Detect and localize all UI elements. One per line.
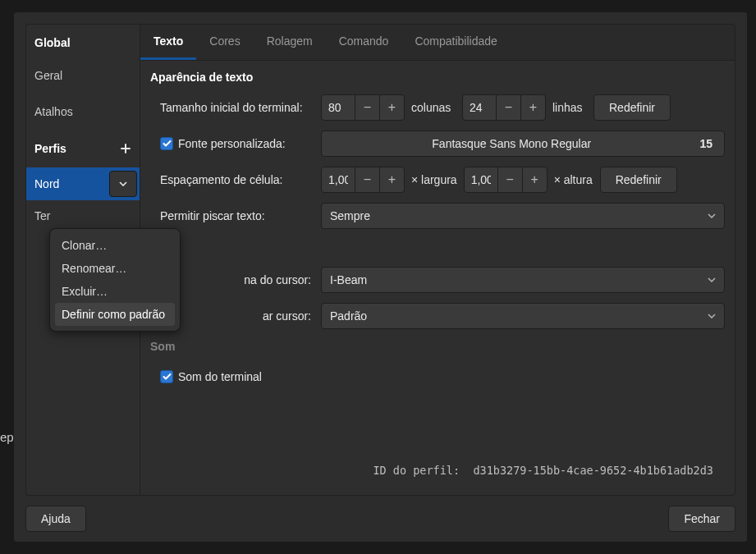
plus-icon bbox=[120, 143, 131, 154]
chevron-down-icon bbox=[708, 314, 716, 318]
menu-item-clone[interactable]: Clonar… bbox=[55, 234, 175, 257]
sidebar-profiles-header: Perfis bbox=[26, 130, 140, 167]
menu-item-set-default[interactable]: Definir como padrão bbox=[55, 303, 175, 326]
blink-text-label: Permitir piscar texto: bbox=[150, 209, 314, 222]
font-size: 15 bbox=[690, 137, 712, 150]
add-profile-button[interactable] bbox=[117, 140, 135, 158]
rows-increase[interactable]: + bbox=[520, 95, 545, 120]
profile-context-menu: Clonar… Renomear… Excluir… Definir como … bbox=[49, 228, 181, 332]
cell-width-decrease[interactable]: − bbox=[355, 167, 379, 192]
tab-compatibilidade[interactable]: Compatibilidade bbox=[401, 25, 510, 60]
cursor-blink-row: ar cursor: Padrão bbox=[150, 302, 725, 330]
sidebar-profiles-label: Perfis bbox=[34, 142, 66, 155]
custom-font-checkbox[interactable] bbox=[160, 137, 173, 150]
chevron-down-icon bbox=[708, 213, 716, 218]
blink-text-value: Sempre bbox=[330, 209, 370, 222]
profile-id-row: ID do perfil: d31b3279-15bb-4cae-9652-4b… bbox=[150, 457, 725, 487]
rows-spinner[interactable]: − + bbox=[462, 94, 546, 121]
custom-font-label: Fonte personalizada: bbox=[178, 137, 286, 150]
tabs: Texto Cores Rolagem Comando Compatibilid… bbox=[140, 25, 735, 61]
tab-comando[interactable]: Comando bbox=[326, 25, 402, 60]
chevron-down-icon bbox=[708, 277, 716, 282]
text-appearance-title: Aparência de texto bbox=[150, 69, 725, 85]
terminal-bell-checkbox[interactable] bbox=[160, 370, 173, 383]
reset-spacing-button[interactable]: Redefinir bbox=[600, 167, 677, 193]
main-panel: Texto Cores Rolagem Comando Compatibilid… bbox=[140, 24, 735, 496]
cursor-shape-value: I-Beam bbox=[330, 273, 367, 286]
cell-height-unit: × altura bbox=[554, 173, 593, 186]
profile-id-value: d31b3279-15bb-4cae-9652-4b1b61adb2d3 bbox=[473, 464, 713, 477]
cell-spacing-row: Espaçamento de célula: − + × largura − +… bbox=[150, 166, 725, 194]
cell-width-unit: × largura bbox=[411, 173, 457, 186]
custom-font-row: Fonte personalizada: Fantasque Sans Mono… bbox=[150, 130, 725, 158]
rows-unit: linhas bbox=[552, 101, 587, 114]
form-area: Aparência de texto Tamanho inicial do te… bbox=[140, 61, 735, 495]
initial-size-row: Tamanho inicial do terminal: − + colunas… bbox=[150, 94, 725, 121]
columns-decrease[interactable]: − bbox=[355, 95, 379, 120]
tab-texto[interactable]: Texto bbox=[140, 25, 196, 60]
cell-width-increase[interactable]: + bbox=[379, 167, 404, 192]
close-button[interactable]: Fechar bbox=[668, 506, 735, 532]
cell-height-spinner[interactable]: − + bbox=[464, 167, 548, 193]
terminal-bell-row: Som do terminal bbox=[150, 363, 725, 391]
sound-section-title-partial: Som bbox=[150, 338, 725, 355]
chevron-down-icon bbox=[119, 181, 127, 186]
font-chooser-button[interactable]: Fantasque Sans Mono Regular 15 bbox=[321, 130, 725, 157]
profile-row-nord[interactable]: Nord bbox=[26, 167, 140, 200]
profile-id-label: ID do perfil: bbox=[373, 464, 460, 477]
cell-height-input[interactable] bbox=[465, 173, 497, 186]
rows-input[interactable] bbox=[463, 101, 496, 114]
initial-size-label: Tamanho inicial do terminal: bbox=[150, 101, 314, 114]
blink-text-combo[interactable]: Sempre bbox=[321, 203, 725, 229]
cursor-shape-row: na do cursor: I-Beam bbox=[150, 266, 725, 294]
cursor-shape-combo[interactable]: I-Beam bbox=[321, 267, 725, 293]
terminal-bell-group: Som do terminal bbox=[150, 370, 262, 383]
tab-cores[interactable]: Cores bbox=[196, 25, 253, 60]
tab-rolagem[interactable]: Rolagem bbox=[254, 25, 326, 60]
menu-item-delete[interactable]: Excluir… bbox=[55, 280, 175, 303]
columns-increase[interactable]: + bbox=[379, 95, 404, 120]
terminal-bell-label: Som do terminal bbox=[178, 370, 262, 383]
edge-truncated-text: ep bbox=[0, 430, 14, 444]
menu-item-rename[interactable]: Renomear… bbox=[55, 257, 175, 280]
reset-size-button[interactable]: Redefinir bbox=[593, 94, 671, 121]
cell-height-increase[interactable]: + bbox=[522, 167, 547, 192]
cell-spacing-label: Espaçamento de célula: bbox=[150, 173, 314, 186]
profile-row-truncated[interactable]: Ter bbox=[26, 200, 140, 231]
help-button[interactable]: Ajuda bbox=[25, 506, 86, 532]
columns-input[interactable] bbox=[322, 101, 355, 114]
profile-name: Nord bbox=[26, 177, 109, 190]
columns-spinner[interactable]: − + bbox=[321, 94, 405, 121]
sidebar-item-geral[interactable]: Geral bbox=[26, 57, 140, 94]
sidebar-item-atalhos[interactable]: Atalhos bbox=[26, 94, 140, 130]
sidebar-global-header: Global bbox=[26, 25, 140, 57]
cell-width-spinner[interactable]: − + bbox=[321, 167, 405, 193]
cell-height-decrease[interactable]: − bbox=[497, 167, 522, 192]
blink-text-row: Permitir piscar texto: Sempre bbox=[150, 202, 725, 230]
cursor-blink-value: Padrão bbox=[330, 309, 367, 323]
columns-unit: colunas bbox=[411, 101, 456, 114]
rows-decrease[interactable]: − bbox=[496, 95, 520, 120]
cursor-blink-combo[interactable]: Padrão bbox=[321, 303, 725, 329]
bottom-bar: Ajuda Fechar bbox=[14, 496, 747, 542]
cell-width-input[interactable] bbox=[322, 173, 355, 186]
profile-menu-button[interactable] bbox=[109, 171, 137, 197]
font-name: Fantasque Sans Mono Regular bbox=[333, 137, 690, 150]
custom-font-label-group: Fonte personalizada: bbox=[150, 137, 314, 150]
